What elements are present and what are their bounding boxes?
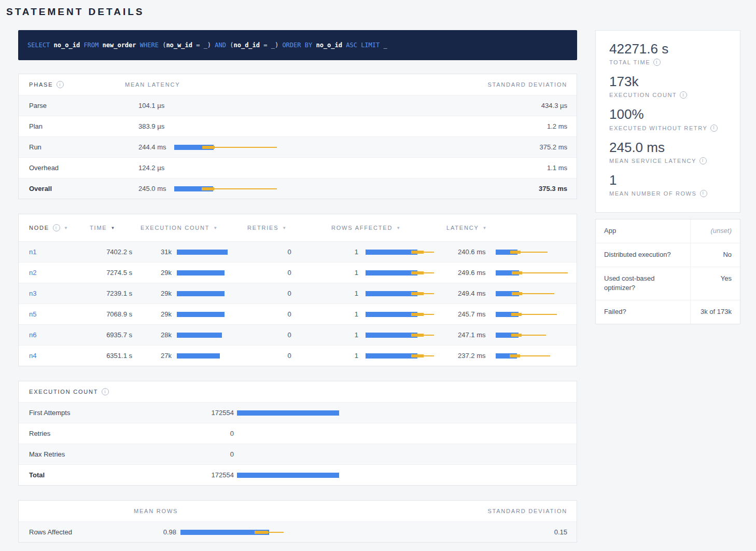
latency-header-cell[interactable]: LATENCY ▼	[446, 225, 578, 231]
node-exec-count: 29k	[141, 290, 172, 297]
rows-affected-header-label: ROWS AFFECTED	[331, 225, 393, 231]
phase-row-plan: Plan 383.9 µs 1.2 ms	[19, 116, 577, 136]
sql-keyword: WHERE	[140, 42, 162, 49]
node-link[interactable]: n2	[19, 269, 90, 277]
bar-stddev-tick	[511, 313, 522, 316]
sql-identifier: new_order	[103, 42, 136, 49]
std-deviation-value: 375.3 ms	[396, 185, 578, 192]
sql-keyword: ORDER BY	[282, 42, 316, 49]
node-retries: 0	[247, 248, 331, 256]
sort-desc-icon[interactable]: ▼	[483, 226, 488, 230]
node-latency: 237.2 ms	[446, 352, 496, 360]
mean-rows-value: 0.98	[134, 528, 176, 536]
node-link[interactable]: n4	[19, 352, 90, 360]
mean-latency-value: 104.1 µs	[125, 102, 174, 109]
info-icon[interactable]: i	[102, 388, 109, 395]
bar-stddev-tick	[255, 531, 268, 534]
stat-label: EXECUTION COUNT	[609, 92, 677, 98]
sql-identifier: no_d_id	[233, 42, 260, 49]
exec-count-header-cell[interactable]: EXECUTION COUNT ▼	[141, 225, 247, 231]
distributed-execution-row: Distributed execution? No	[596, 243, 740, 267]
sort-desc-icon[interactable]: ▼	[282, 226, 287, 230]
sort-desc-icon[interactable]: ▼	[64, 226, 69, 230]
node-time: 6935.7 s	[90, 331, 141, 339]
rows-affected-bar	[366, 291, 446, 297]
mean-latency-value: 245.0 ms	[125, 185, 174, 192]
sql-text: _	[383, 42, 387, 49]
std-deviation-value: 0.15	[400, 528, 578, 536]
node-latency: 240.6 ms	[446, 248, 496, 256]
bar-stddev-tick	[411, 271, 424, 274]
count-bar	[237, 472, 578, 478]
detail-value: Yes	[691, 267, 740, 300]
stat-label: MEAN NUMBER OF ROWS	[609, 190, 697, 197]
bar-stddev-tick	[510, 251, 521, 254]
detail-value: No	[691, 243, 740, 267]
summary-sidebar: 42271.6 s TOTAL TIME i 173k EXECUTION CO…	[595, 30, 740, 324]
exec-row-label: Retries	[19, 430, 185, 437]
info-icon[interactable]: i	[710, 125, 718, 132]
bar-stddev-tick	[510, 354, 520, 357]
sql-keyword: FROM	[83, 42, 102, 49]
exec-count-header-label: EXECUTION COUNT	[141, 225, 209, 231]
sort-desc-icon[interactable]: ▼	[110, 226, 116, 230]
stat-total-time: 42271.6 s TOTAL TIME i	[609, 41, 726, 66]
node-latency: 249.6 ms	[446, 269, 496, 277]
info-icon[interactable]: i	[700, 190, 707, 197]
mean-latency-value: 383.9 µs	[125, 122, 174, 130]
sql-text: (	[230, 42, 233, 49]
retries-header-label: RETRIES	[247, 225, 278, 231]
node-link[interactable]: n5	[19, 310, 90, 318]
node-retries: 0	[247, 310, 331, 318]
stat-executed-without-retry: 100% EXECUTED WITHOUT RETRY i	[609, 106, 726, 131]
exec-count-bar	[177, 249, 247, 255]
retries-header-cell[interactable]: RETRIES ▼	[247, 225, 331, 231]
node-exec-count: 29k	[141, 310, 172, 318]
info-icon[interactable]: i	[699, 157, 707, 164]
sql-identifier: no_o_id	[54, 42, 80, 49]
sort-desc-icon[interactable]: ▼	[396, 226, 401, 230]
exec-count-bar	[177, 291, 247, 297]
bar-mean	[366, 270, 417, 276]
statement-details-panel: App (unset) Distributed execution? No Us…	[595, 219, 740, 324]
bar-stddev-tick	[512, 271, 522, 274]
rows-affected-label: Rows Affected	[19, 528, 134, 536]
exec-count-bar	[177, 311, 247, 318]
info-icon[interactable]: i	[653, 59, 661, 66]
bar-stddev-tick	[411, 292, 424, 295]
node-link[interactable]: n1	[19, 248, 90, 256]
phase-name: Plan	[19, 122, 125, 130]
stat-value: 1	[609, 172, 726, 188]
mean-latency-value: 124.2 µs	[125, 164, 174, 172]
info-icon[interactable]: i	[680, 91, 687, 99]
info-icon[interactable]: i	[53, 224, 60, 231]
time-header-cell[interactable]: TIME ▼	[90, 225, 141, 231]
info-icon[interactable]: i	[57, 81, 64, 88]
node-retries: 0	[247, 290, 331, 297]
rows-affected-header-cell[interactable]: ROWS AFFECTED ▼	[331, 225, 446, 231]
bar-stddev-tick	[512, 292, 522, 295]
phase-table-header: PHASE i MEAN LATENCY STANDARD DEVIATION	[19, 74, 577, 95]
stat-execution-count: 173k EXECUTION COUNT i	[609, 74, 726, 99]
latency-bar	[496, 249, 578, 255]
exec-row-label: Max Retries	[19, 450, 185, 458]
sql-text: = _)	[192, 42, 215, 49]
node-retries: 0	[247, 269, 331, 277]
failed-row: Failed? 3k of 173k	[596, 300, 740, 324]
bar-stddev-tick	[202, 187, 214, 190]
node-time: 7068.9 s	[90, 310, 141, 318]
node-header-cell[interactable]: NODE i ▼	[19, 224, 90, 231]
node-time: 7402.2 s	[90, 248, 141, 256]
bar-mean	[177, 312, 225, 317]
stat-mean-number-of-rows: 1 MEAN NUMBER OF ROWS i	[609, 172, 726, 197]
std-deviation-header: STANDARD DEVIATION	[400, 508, 578, 514]
sort-desc-icon[interactable]: ▼	[213, 226, 218, 230]
rows-affected-header: MEAN ROWS STANDARD DEVIATION	[19, 501, 577, 521]
bar-mean	[366, 291, 417, 296]
node-link[interactable]: n6	[19, 331, 90, 339]
node-row: n3 7239.1 s 29k 0 1 249.4 ms	[19, 283, 577, 304]
bar-mean	[366, 333, 417, 338]
sql-text	[136, 42, 140, 49]
bar-mean	[366, 353, 417, 359]
node-link[interactable]: n3	[19, 290, 90, 297]
